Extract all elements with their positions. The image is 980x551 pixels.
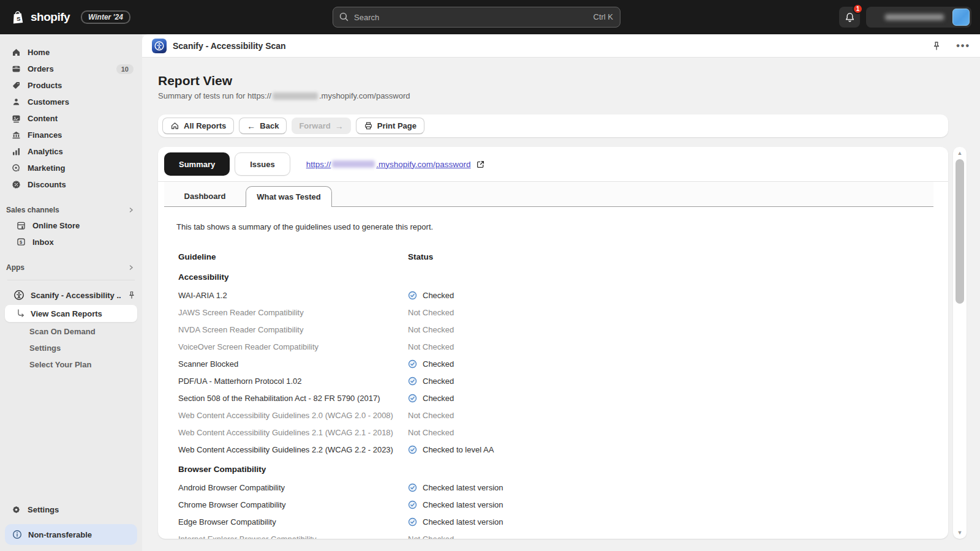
sidebar-item-inbox[interactable]: $ Inbox <box>0 234 142 250</box>
sidebar-footer: Settings Non-transferable <box>0 501 142 551</box>
global-search[interactable]: Ctrl K <box>333 7 620 28</box>
orders-icon <box>11 64 21 74</box>
scanned-url-link[interactable]: https:// .myshopify.com/password <box>306 160 485 169</box>
content-icon <box>11 113 21 124</box>
table-row: Web Content Accessibility Guidelines 2.2… <box>178 441 948 458</box>
sidebar-item-customers[interactable]: Customers <box>0 94 142 110</box>
sidebar-item-app-settings[interactable]: Settings <box>0 340 142 356</box>
page-title: Report View <box>158 73 232 88</box>
table-row: VoiceOver Screen Reader Compatibility No… <box>178 338 948 355</box>
checked-icon <box>408 483 417 492</box>
store-profile-button[interactable] <box>866 7 971 28</box>
report-view-switcher: Summary Issues https:// .myshopify.com/p… <box>158 147 948 181</box>
page-subtitle: Summary of tests run for https:// .mysho… <box>158 91 410 100</box>
storefront-icon <box>16 220 26 231</box>
search-input[interactable] <box>333 7 620 28</box>
shopify-wordmark: shopify <box>31 10 70 24</box>
guidelines-table: Guideline Status Accessibility WAI-ARIA … <box>178 247 948 539</box>
tab-what-was-tested[interactable]: What was Tested <box>246 186 332 207</box>
accessibility-person-icon <box>13 290 24 301</box>
checked-icon <box>408 377 417 386</box>
arrow-right-icon: → <box>335 122 344 130</box>
sidebar-item-finances[interactable]: Finances <box>0 127 142 143</box>
forward-button[interactable]: Forward → <box>292 118 350 134</box>
sidebar-item-select-your-plan[interactable]: Select Your Plan <box>0 356 142 373</box>
report-card: Summary Issues https:// .myshopify.com/p… <box>158 147 948 539</box>
sidebar-item-products[interactable]: Products <box>0 77 142 94</box>
tab-issues[interactable]: Issues <box>235 152 290 176</box>
main-content: Scanify - Accessibility Scan ••• Report … <box>142 34 980 551</box>
scanify-app-icon <box>152 39 167 53</box>
arrow-left-icon: ← <box>247 122 255 130</box>
bell-icon <box>844 12 856 23</box>
branch-arrow-icon <box>16 309 26 318</box>
pin-icon[interactable] <box>932 41 941 51</box>
notifications-button[interactable]: 1 <box>839 7 860 28</box>
shopify-logo[interactable]: S shopify Winter '24 <box>0 9 130 25</box>
sidebar-item-view-scan-reports[interactable]: View Scan Reports <box>5 305 137 322</box>
bank-icon <box>11 130 21 140</box>
section-header: Browser Compatibility <box>178 459 948 479</box>
report-toolbar: All Reports ← Back Forward → Print Page <box>158 114 948 137</box>
table-row: Edge Browser Compatibility Checked lates… <box>178 513 948 530</box>
sidebar-item-marketing[interactable]: Marketing <box>0 160 142 176</box>
checked-icon <box>408 517 417 527</box>
sidebar-item-settings[interactable]: Settings <box>0 501 142 518</box>
checked-icon <box>408 291 417 300</box>
all-reports-button[interactable]: All Reports <box>162 118 234 134</box>
print-page-button[interactable]: Print Page <box>356 118 424 134</box>
table-row: PDF/UA - Matterhorn Protocol 1.02 Checke… <box>178 372 948 389</box>
tab-dashboard[interactable]: Dashboard <box>164 186 246 206</box>
person-icon <box>11 97 21 107</box>
sidebar-item-orders[interactable]: Orders 10 <box>0 61 142 77</box>
section-header: Accessibility <box>178 267 948 287</box>
sidebar-item-scanify-app[interactable]: Scanify - Accessibility ... <box>0 287 142 304</box>
app-title: Scanify - Accessibility Scan <box>173 41 925 51</box>
target-icon <box>11 163 21 173</box>
table-row: NVDA Screen Reader Compatibility Not Che… <box>178 321 948 338</box>
apps-header[interactable]: Apps <box>0 260 142 275</box>
svg-text:S: S <box>17 15 21 22</box>
svg-text:$: $ <box>20 239 23 245</box>
home-icon <box>170 121 179 130</box>
store-avatar <box>952 9 970 26</box>
redacted-store-domain <box>332 160 375 168</box>
more-options-icon[interactable]: ••• <box>956 40 970 51</box>
pin-icon[interactable] <box>127 291 136 299</box>
topbar: S shopify Winter '24 Ctrl K 1 <box>0 0 980 34</box>
tag-icon <box>11 80 21 91</box>
scroll-up-arrow[interactable]: ▲ <box>953 148 967 158</box>
sidebar-nav: Home Orders 10 Products Customers Conten… <box>0 34 142 551</box>
back-button[interactable]: ← Back <box>239 118 287 134</box>
chevron-right-icon <box>127 264 135 271</box>
sidebar-item-home[interactable]: Home <box>0 44 142 61</box>
gear-icon <box>11 504 21 515</box>
table-row: Scanner Blocked Checked <box>178 355 948 372</box>
chevron-right-icon <box>127 206 135 214</box>
shopify-bag-icon: S <box>10 9 26 25</box>
scroll-thumb[interactable] <box>956 159 964 304</box>
tab-description: This tab shows a summary of the guidelin… <box>176 222 948 231</box>
plan-badge[interactable]: Non-transferable <box>5 524 137 545</box>
report-subtabs: Dashboard What was Tested <box>164 182 933 207</box>
table-header-row: Guideline Status <box>178 247 948 266</box>
report-scrollbar[interactable]: ▲ ▼ <box>953 147 967 539</box>
tab-summary[interactable]: Summary <box>164 152 230 176</box>
inbox-chat-icon: $ <box>16 237 26 247</box>
table-row: Android Browser Compatibility Checked la… <box>178 479 948 496</box>
checked-icon <box>408 394 417 403</box>
column-header-status: Status <box>408 252 433 261</box>
table-row: Web Content Accessibility Guidelines 2.0… <box>178 407 948 424</box>
home-icon <box>11 47 21 58</box>
scroll-down-arrow[interactable]: ▼ <box>953 528 967 538</box>
sidebar-item-discounts[interactable]: Discounts <box>0 176 142 193</box>
notification-count-badge: 1 <box>853 4 863 14</box>
release-badge: Winter '24 <box>81 10 130 24</box>
sidebar-item-content[interactable]: Content <box>0 110 142 127</box>
sales-channels-header[interactable]: Sales channels <box>0 203 142 217</box>
checked-icon <box>408 359 417 369</box>
table-row: Section 508 of the Rehabilitation Act - … <box>178 389 948 407</box>
sidebar-item-online-store[interactable]: Online Store <box>0 217 142 234</box>
sidebar-item-scan-on-demand[interactable]: Scan On Demand <box>0 323 142 340</box>
sidebar-item-analytics[interactable]: Analytics <box>0 143 142 160</box>
